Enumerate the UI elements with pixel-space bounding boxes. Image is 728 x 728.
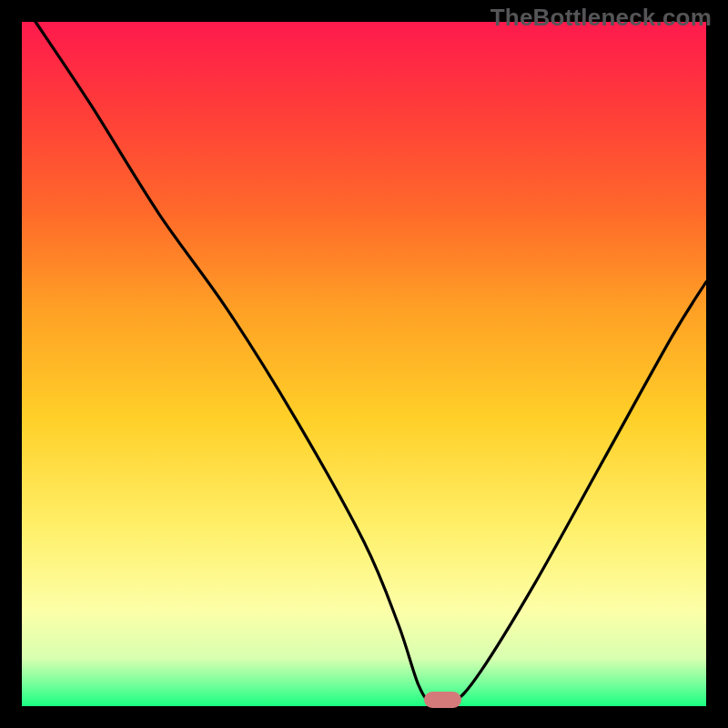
optimal-marker xyxy=(424,692,461,708)
chart-plot-area xyxy=(22,22,706,706)
chart-frame: TheBottleneck.com xyxy=(0,0,728,728)
watermark-text: TheBottleneck.com xyxy=(490,4,712,32)
bottleneck-curve xyxy=(22,22,706,706)
